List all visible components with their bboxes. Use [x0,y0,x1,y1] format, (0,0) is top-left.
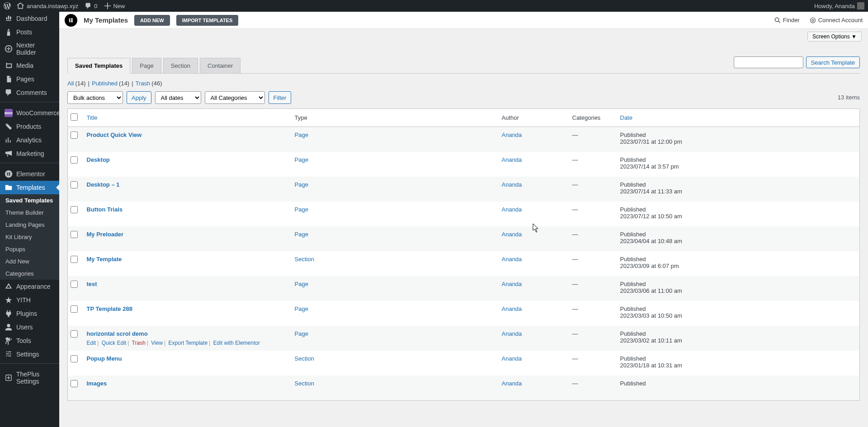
submenu-landing-pages[interactable]: Landing Pages [0,219,59,231]
submenu-add-new[interactable]: Add New [0,255,59,267]
row-checkbox[interactable] [71,131,78,139]
row-type-link[interactable]: Section [295,355,314,362]
sidebar-item-nexter[interactable]: Nexter Builder [0,39,59,59]
tab-saved-templates[interactable]: Saved Templates [67,58,130,74]
filter-published-link[interactable]: Published [92,80,118,87]
row-title-link[interactable]: Button Trials [87,206,123,213]
submenu-saved-templates[interactable]: Saved Templates [0,194,59,206]
row-checkbox[interactable] [71,330,78,338]
row-author-link[interactable]: Ananda [502,281,522,287]
col-date[interactable]: Date [620,114,632,121]
row-trash[interactable]: Trash [132,340,146,346]
wp-logo[interactable] [4,2,11,9]
sidebar-item-media[interactable]: Media [0,59,59,72]
row-type-link[interactable]: Page [295,231,308,238]
sidebar-item-settings[interactable]: Settings [0,347,59,361]
row-type-link[interactable]: Page [295,206,308,213]
row-author-link[interactable]: Ananda [502,181,522,188]
sidebar-item-plugins[interactable]: Plugins [0,307,59,320]
sidebar-item-comments[interactable]: Comments [0,86,59,99]
row-author-link[interactable]: Ananda [502,156,522,163]
sidebar-item-dashboard[interactable]: Dashboard [0,12,59,25]
add-new-button[interactable]: ADD NEW [134,15,170,26]
row-quick-edit[interactable]: Quick Edit [102,340,127,346]
howdy-link[interactable]: Howdy, Ananda [814,2,864,9]
row-checkbox[interactable] [71,231,78,238]
sidebar-item-posts[interactable]: Posts [0,25,59,39]
row-author-link[interactable]: Ananda [502,305,522,312]
sidebar-item-yith[interactable]: YITH [0,293,59,307]
submenu-kit-library[interactable]: Kit Library [0,231,59,243]
row-type-link[interactable]: Page [295,330,308,337]
row-edit-elementor[interactable]: Edit with Elementor [213,340,260,346]
row-type-link[interactable]: Section [295,380,314,387]
row-title-link[interactable]: Popup Menu [87,355,122,362]
row-author-link[interactable]: Ananda [502,256,522,263]
row-type-link[interactable]: Page [295,181,308,188]
row-title-link[interactable]: Product Quick View [87,131,142,138]
row-checkbox[interactable] [71,206,78,213]
row-title-link[interactable]: horizontal scrol demo [87,330,148,337]
filter-trash-link[interactable]: Trash [136,80,151,87]
row-edit[interactable]: Edit [87,340,96,346]
row-author-link[interactable]: Ananda [502,355,522,362]
select-all-checkbox[interactable] [71,113,78,121]
search-button[interactable]: Search Template [806,56,860,68]
row-checkbox[interactable] [71,281,78,288]
col-title[interactable]: Title [87,114,98,121]
submenu-categories[interactable]: Categories [0,267,59,280]
row-author-link[interactable]: Ananda [502,330,522,337]
sidebar-item-pages[interactable]: Pages [0,72,59,86]
row-title-link[interactable]: TP Template 288 [87,305,132,312]
filter-all-link[interactable]: All [67,80,74,87]
row-checkbox[interactable] [71,256,78,263]
sidebar-item-tools[interactable]: Tools [0,334,59,347]
sidebar-item-theplus[interactable]: ThePlus Settings [0,368,59,388]
bulk-actions-select[interactable]: Bulk actions [67,91,123,104]
row-title-link[interactable]: Desktop – 1 [87,181,120,188]
site-link[interactable]: ananda.instawp.xyz [17,2,78,9]
row-type-link[interactable]: Section [295,256,314,263]
row-checkbox[interactable] [71,355,78,362]
screen-options-button[interactable]: Screen Options ▼ [807,32,862,42]
row-export[interactable]: Export Template [169,340,208,346]
row-author-link[interactable]: Ananda [502,231,522,238]
sidebar-item-templates[interactable]: Templates [0,181,59,194]
sidebar-item-users[interactable]: Users [0,320,59,334]
comments-link[interactable]: 0 [85,2,97,9]
row-view[interactable]: View [151,340,163,346]
row-title-link[interactable]: Images [87,380,107,387]
sidebar-item-appearance[interactable]: Appearance [0,280,59,293]
apply-button[interactable]: Apply [127,91,151,104]
tab-section[interactable]: Section [163,58,198,73]
connect-account-link[interactable]: Connect Account [810,17,863,23]
import-templates-button[interactable]: IMPORT TEMPLATES [176,15,239,26]
row-checkbox[interactable] [71,380,78,387]
sidebar-item-analytics[interactable]: Analytics [0,133,59,147]
row-checkbox[interactable] [71,156,78,164]
sidebar-item-elementor[interactable]: Elementor [0,167,59,181]
finder-link[interactable]: Finder [774,17,800,23]
filter-button[interactable]: Filter [269,91,292,104]
row-author-link[interactable]: Ananda [502,380,522,387]
submenu-theme-builder[interactable]: Theme Builder [0,206,59,219]
row-title-link[interactable]: My Template [87,256,122,263]
search-input[interactable] [734,56,803,68]
sidebar-item-woocommerce[interactable]: wooWooCommerce [0,106,59,120]
new-link[interactable]: New [104,2,125,9]
tab-page[interactable]: Page [132,58,161,73]
row-checkbox[interactable] [71,305,78,313]
row-type-link[interactable]: Page [295,156,308,163]
row-type-link[interactable]: Page [295,131,308,138]
row-title-link[interactable]: My Preloader [87,231,124,238]
tab-container[interactable]: Container [200,58,241,73]
row-author-link[interactable]: Ananda [502,131,522,138]
row-title-link[interactable]: test [87,281,97,287]
row-type-link[interactable]: Page [295,305,308,312]
sidebar-item-products[interactable]: Products [0,120,59,133]
row-title-link[interactable]: Desktop [87,156,110,163]
sidebar-item-marketing[interactable]: Marketing [0,147,59,160]
row-checkbox[interactable] [71,181,78,188]
row-type-link[interactable]: Page [295,281,308,287]
row-author-link[interactable]: Ananda [502,206,522,213]
